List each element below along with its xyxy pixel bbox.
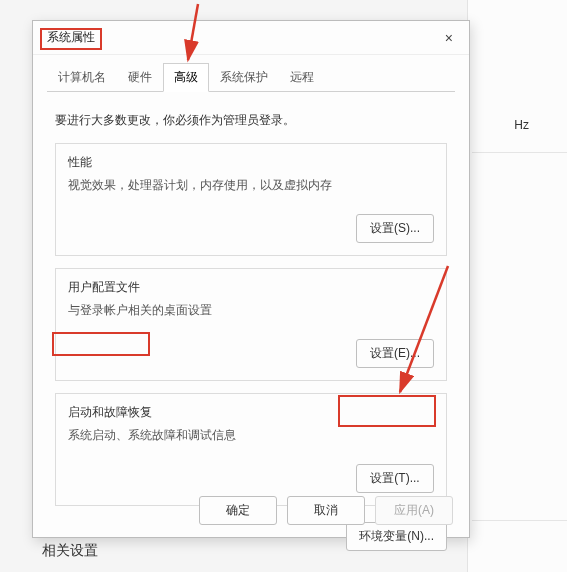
apply-button[interactable]: 应用(A) — [375, 496, 453, 525]
environment-variables-button[interactable]: 环境变量(N)... — [346, 522, 447, 551]
background-hz-label: Hz — [514, 118, 529, 132]
dialog-title: 系统属性 — [47, 29, 95, 46]
user-profiles-settings-button[interactable]: 设置(E)... — [356, 339, 434, 368]
startup-recovery-settings-button[interactable]: 设置(T)... — [356, 464, 434, 493]
tab-hardware[interactable]: 硬件 — [117, 63, 163, 92]
tab-remote[interactable]: 远程 — [279, 63, 325, 92]
group-performance-title: 性能 — [68, 154, 434, 171]
group-startup-recovery-desc: 系统启动、系统故障和调试信息 — [68, 427, 434, 444]
cancel-button[interactable]: 取消 — [287, 496, 365, 525]
group-startup-recovery-title: 启动和故障恢复 — [68, 404, 434, 421]
tab-computer-name[interactable]: 计算机名 — [47, 63, 117, 92]
group-performance: 性能 视觉效果，处理器计划，内存使用，以及虚拟内存 设置(S)... — [55, 143, 447, 256]
system-properties-dialog: 系统属性 × 计算机名 硬件 高级 系统保护 远程 要进行大多数更改，你必须作为… — [32, 20, 470, 538]
background-divider — [472, 152, 567, 153]
dialog-footer: 确定 取消 应用(A) — [199, 496, 453, 525]
group-user-profiles-title: 用户配置文件 — [68, 279, 434, 296]
background-panel — [467, 0, 567, 572]
group-user-profiles-desc: 与登录帐户相关的桌面设置 — [68, 302, 434, 319]
tab-strip: 计算机名 硬件 高级 系统保护 远程 — [33, 55, 469, 92]
admin-required-text: 要进行大多数更改，你必须作为管理员登录。 — [55, 112, 447, 129]
group-user-profiles: 用户配置文件 与登录帐户相关的桌面设置 设置(E)... — [55, 268, 447, 381]
group-performance-desc: 视觉效果，处理器计划，内存使用，以及虚拟内存 — [68, 177, 434, 194]
tab-content: 要进行大多数更改，你必须作为管理员登录。 性能 视觉效果，处理器计划，内存使用，… — [33, 92, 469, 561]
ok-button[interactable]: 确定 — [199, 496, 277, 525]
tab-advanced[interactable]: 高级 — [163, 63, 209, 92]
performance-settings-button[interactable]: 设置(S)... — [356, 214, 434, 243]
group-startup-recovery: 启动和故障恢复 系统启动、系统故障和调试信息 设置(T)... — [55, 393, 447, 506]
close-icon[interactable]: × — [439, 28, 459, 48]
background-divider — [472, 520, 567, 521]
dialog-titlebar: 系统属性 × — [33, 21, 469, 55]
tab-system-protection[interactable]: 系统保护 — [209, 63, 279, 92]
